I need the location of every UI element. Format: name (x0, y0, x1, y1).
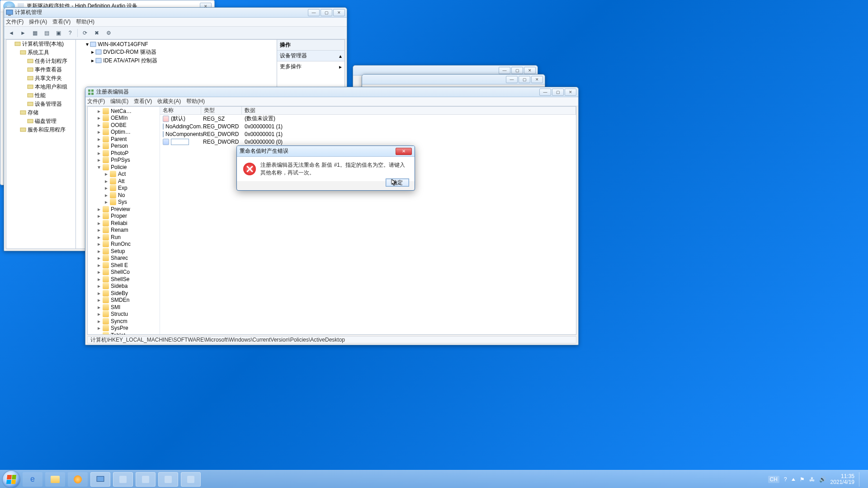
regedit-tree-item[interactable]: ▸Proper (97, 213, 160, 220)
taskbar-media-player[interactable] (68, 472, 88, 487)
regedit-tree-item[interactable]: ▸SMDEn (97, 297, 160, 304)
regedit-tree-item[interactable]: ▸OEMIn (97, 115, 160, 122)
tree-item[interactable]: 服务和应用程序 (6, 126, 75, 134)
menu-item[interactable]: 帮助(H) (186, 98, 205, 105)
tree-item[interactable]: 系统工具 (6, 48, 75, 57)
actions-pane-sub[interactable]: 设备管理器▴ (277, 51, 344, 61)
tree-item[interactable]: 本地用户和组 (6, 83, 75, 91)
taskbar-compmgmt[interactable] (90, 472, 110, 487)
regedit-tree-item[interactable]: ▸SysPre (97, 325, 160, 332)
maximize-button[interactable]: ▢ (552, 89, 564, 96)
maximize-button[interactable]: ▢ (321, 9, 332, 16)
tree-item[interactable]: 存储 (6, 108, 75, 117)
regedit-tree-item[interactable]: ▸PhotoP (97, 150, 160, 157)
error-dialog-titlebar[interactable]: 重命名值时产生错误 ✕ (237, 146, 415, 157)
regedit-tree[interactable]: ▸NetCa…▸OEMIn▸OOBE▸Optim…▸Parent▸Person▸… (88, 107, 160, 334)
regedit-tree-item[interactable]: ▸Setup (97, 248, 160, 255)
close-button[interactable]: ✕ (531, 76, 543, 83)
tray-clock[interactable]: 11:35 2021/4/19 (830, 474, 854, 485)
regedit-tree-item[interactable]: ▸OOBE (97, 122, 160, 129)
regedit-tree-item[interactable]: ▸Structu (97, 311, 160, 318)
menu-item[interactable]: 文件(F) (6, 18, 24, 26)
tree-item[interactable]: 共享文件夹 (6, 74, 75, 83)
nav-back-button[interactable]: ◄ (7, 28, 16, 38)
close-button[interactable]: ✕ (565, 89, 576, 96)
regedit-value-row[interactable]: NoComponentsREG_DWORD0x00000001 (1) (160, 130, 576, 138)
tray-flag-icon[interactable]: ⚑ (800, 476, 805, 483)
close-button[interactable]: ✕ (524, 67, 536, 74)
tray-volume-icon[interactable]: 🔊 (819, 476, 826, 483)
tree-item[interactable]: 任务计划程序 (6, 57, 75, 66)
col-name[interactable]: 名称 (160, 107, 201, 114)
maximize-button[interactable]: ▢ (519, 76, 530, 83)
regedit-tree-item[interactable]: ▸Act (97, 171, 160, 178)
device-tree-item[interactable]: ▸ IDE ATA/ATAPI 控制器 (78, 56, 275, 65)
regedit-tree-item[interactable]: ▸Run (97, 234, 160, 241)
device-tree-item[interactable]: ▾ WIN-8K4OT14GFNF (78, 41, 275, 48)
col-type[interactable]: 类型 (201, 107, 242, 114)
properties-button[interactable]: ▣ (54, 28, 63, 38)
regedit-tree-item[interactable]: ▸Sideba (97, 283, 160, 290)
value-name-edit[interactable] (171, 139, 189, 145)
tray-expand-icon[interactable] (792, 478, 795, 481)
regedit-tree-item[interactable]: ▸Syncm (97, 318, 160, 325)
regedit-tree-item[interactable]: ▸ShellCo (97, 269, 160, 276)
regedit-tree-item[interactable]: ▸Reliabi (97, 220, 160, 227)
menu-item[interactable]: 查看(V) (52, 18, 71, 26)
menu-item[interactable]: 操作(A) (29, 18, 47, 26)
menu-item[interactable]: 查看(V) (134, 98, 152, 105)
regedit-tree-item[interactable]: ▸NetCa… (97, 108, 160, 115)
taskbar-app-2[interactable] (136, 472, 156, 487)
uninstall-button[interactable]: ✖ (92, 28, 101, 38)
tree-item[interactable]: 性能 (6, 91, 75, 100)
regedit-value-row[interactable]: NoAddingCom…REG_DWORD0x00000001 (1) (160, 122, 576, 130)
help-button[interactable]: ? (66, 28, 75, 38)
menu-item[interactable]: 编辑(E) (110, 98, 128, 105)
regedit-tree-item[interactable]: ▸No (97, 192, 160, 199)
compmgmt-tree[interactable]: 计算机管理(本地)系统工具任务计划程序事件查看器共享文件夹本地用户和组性能设备管… (6, 39, 76, 249)
taskbar-ie[interactable]: e (23, 472, 42, 487)
regedit-tree-item[interactable]: ▸Tablet (97, 332, 160, 334)
ime-indicator[interactable]: CH (768, 476, 779, 483)
compmgmt-titlebar[interactable]: 计算机管理 — ▢ ✕ (4, 8, 347, 18)
update-driver-button[interactable]: ⚙ (104, 28, 113, 38)
regedit-values[interactable]: 名称 类型 数据 (默认)REG_SZ(数值未设置)NoAddingCom…RE… (160, 107, 576, 334)
tree-item[interactable]: 事件查看器 (6, 66, 75, 74)
show-desktop-button[interactable] (859, 472, 863, 487)
regedit-tree-item[interactable]: ▸Sys (97, 199, 160, 206)
regedit-tree-item[interactable]: ▸Parent (97, 136, 160, 143)
regedit-tree-item[interactable]: ▸Shell E (97, 262, 160, 269)
taskbar-app-3[interactable] (158, 472, 178, 487)
minimize-button[interactable]: — (308, 9, 320, 16)
nav-forward-button[interactable]: ► (19, 28, 28, 38)
close-button[interactable]: ✕ (333, 9, 345, 16)
ok-button[interactable]: 确定 (386, 178, 409, 187)
menu-item[interactable]: 收藏夹(A) (157, 98, 181, 105)
col-data[interactable]: 数据 (242, 107, 576, 114)
minimize-button[interactable]: — (499, 67, 510, 74)
scan-button[interactable]: ⟳ (80, 28, 90, 38)
regedit-tree-item[interactable]: ▸Preview (97, 206, 160, 213)
regedit-tree-item[interactable]: ▸SMI (97, 304, 160, 311)
device-tree-item[interactable]: ▸ DVD/CD-ROM 驱动器 (78, 48, 275, 56)
maximize-button[interactable]: ▢ (511, 67, 523, 74)
minimize-button[interactable]: — (539, 89, 551, 96)
regedit-tree-item[interactable]: ▸Renam (97, 227, 160, 234)
regedit-tree-item[interactable]: ▾Policie (97, 164, 160, 171)
regedit-value-row[interactable]: REG_DWORD0x00000000 (0) (160, 138, 576, 145)
regedit-tree-item[interactable]: ▸PnPSys (97, 157, 160, 164)
regedit-tree-item[interactable]: ▸Att (97, 178, 160, 185)
taskbar-explorer[interactable] (45, 472, 65, 487)
regedit-tree-item[interactable]: ▸Person (97, 143, 160, 150)
close-button[interactable]: ✕ (396, 148, 412, 155)
regedit-tree-item[interactable]: ▸RunOnc (97, 241, 160, 248)
regedit-tree-item[interactable]: ▸Sharec (97, 255, 160, 262)
minimize-button[interactable]: — (506, 76, 518, 83)
regedit-value-row[interactable]: (默认)REG_SZ(数值未设置) (160, 115, 576, 122)
regedit-tree-item[interactable]: ▸SideBy (97, 290, 160, 297)
up-button[interactable]: ▦ (30, 28, 39, 38)
regedit-tree-item[interactable]: ▸Optim… (97, 129, 160, 136)
menu-item[interactable]: 文件(F) (87, 98, 105, 105)
tree-item[interactable]: 设备管理器 (6, 100, 75, 108)
actions-more[interactable]: 更多操作▸ (277, 61, 344, 72)
